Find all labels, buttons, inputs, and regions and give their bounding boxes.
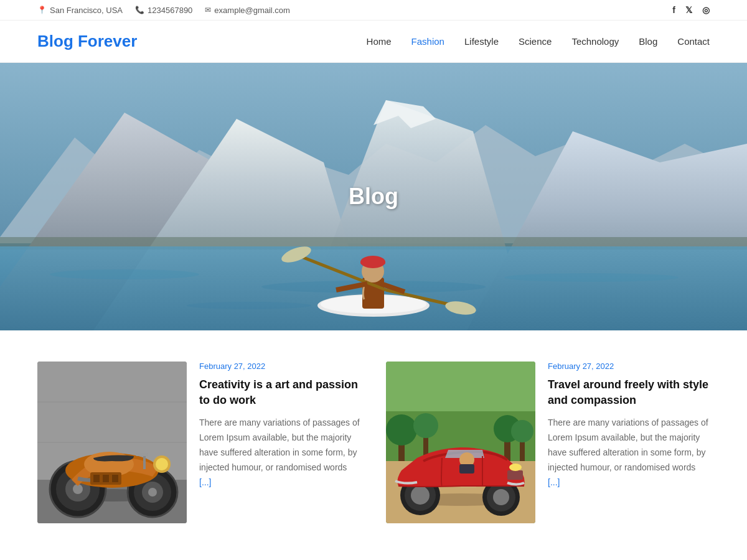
card-content-1: February 27, 2022 Creativity is a art an… [199, 362, 361, 523]
card-title-2: Travel around freely with style and comp… [548, 377, 710, 408]
logo[interactable]: Blog Forever [37, 32, 137, 51]
blog-card-2: February 27, 2022 Travel around freely w… [386, 362, 710, 523]
pin-icon [37, 6, 47, 14]
nav-blog[interactable]: Blog [639, 36, 657, 47]
phone-text: 1234567890 [148, 6, 192, 15]
svg-point-11 [504, 273, 679, 282]
twitter-icon[interactable]: 𝕏 [685, 5, 692, 15]
card-date-1: February 27, 2022 [199, 362, 361, 371]
topbar-contact: San Francisco, USA 1234567890 example@gm… [37, 6, 290, 15]
nav-fashion[interactable]: Fashion [411, 36, 444, 47]
blog-cards: February 27, 2022 Creativity is a art an… [0, 330, 747, 554]
svg-rect-46 [93, 475, 100, 482]
read-more-2[interactable]: [...] [548, 477, 560, 487]
hero-title: Blog [349, 184, 398, 210]
svg-rect-69 [507, 470, 523, 480]
read-more-1[interactable]: [...] [199, 477, 211, 487]
svg-point-9 [50, 269, 199, 279]
svg-rect-72 [459, 464, 474, 474]
card-image-2 [386, 362, 535, 523]
svg-point-65 [411, 486, 430, 505]
svg-point-70 [509, 464, 522, 471]
card-date-2: February 27, 2022 [548, 362, 710, 371]
card-body-2: There are many variations of passages of… [548, 416, 710, 490]
card-title-1: Creativity is a art and passion to do wo… [199, 377, 361, 408]
email-text: example@gmail.com [214, 6, 290, 15]
nav-technology[interactable]: Technology [571, 36, 619, 47]
social-links: f 𝕏 ◎ [672, 5, 710, 15]
blog-card-1: February 27, 2022 Creativity is a art an… [37, 362, 361, 523]
location-text: San Francisco, USA [50, 6, 123, 15]
facebook-icon[interactable]: f [672, 5, 675, 15]
svg-rect-48 [112, 475, 118, 482]
svg-rect-18 [360, 261, 385, 264]
svg-point-12 [187, 302, 311, 309]
phone-icon [135, 6, 144, 14]
svg-point-38 [148, 488, 157, 497]
hero-section: Blog [0, 63, 747, 330]
svg-point-58 [511, 420, 533, 442]
nav-home[interactable]: Home [367, 36, 392, 47]
card-content-2: February 27, 2022 Travel around freely w… [548, 362, 710, 523]
svg-rect-44 [136, 453, 148, 456]
nav-contact[interactable]: Contact [677, 36, 710, 47]
svg-rect-47 [103, 475, 109, 482]
email: example@gmail.com [205, 6, 290, 15]
topbar: San Francisco, USA 1234567890 example@gm… [0, 0, 747, 21]
phone: 1234567890 [135, 6, 192, 15]
main-nav: Home Fashion Lifestyle Science Technolog… [367, 36, 710, 47]
mail-icon [205, 6, 211, 14]
card-image-1 [37, 362, 187, 523]
svg-point-52 [386, 414, 417, 446]
svg-point-42 [156, 458, 168, 470]
nav-lifestyle[interactable]: Lifestyle [464, 36, 499, 47]
svg-point-68 [493, 489, 509, 505]
nav-science[interactable]: Science [519, 36, 552, 47]
header: Blog Forever Home Fashion Lifestyle Scie… [0, 21, 747, 63]
svg-point-54 [413, 413, 438, 438]
location: San Francisco, USA [37, 6, 123, 15]
card-body-1: There are many variations of passages of… [199, 416, 361, 490]
instagram-icon[interactable]: ◎ [702, 5, 710, 15]
